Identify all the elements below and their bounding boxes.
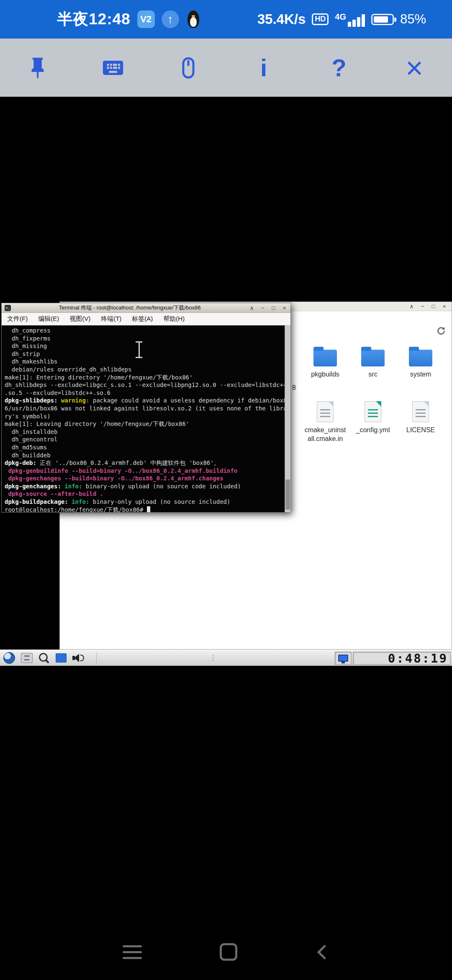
status-bar-right: 35.4K/s HD 4G 85% bbox=[257, 11, 426, 27]
home-square-icon[interactable] bbox=[220, 943, 237, 961]
folder-icon bbox=[361, 350, 385, 366]
terminal-line: dh_fixperms bbox=[5, 335, 283, 343]
text-cursor-pointer bbox=[136, 341, 142, 358]
terminal-line: dh_strip bbox=[5, 350, 283, 358]
taskbar-launchers bbox=[0, 652, 97, 664]
signal-indicator: 4G bbox=[335, 12, 365, 27]
terminal-line: dpkg-genchanges: info: binary-only uploa… bbox=[5, 482, 283, 490]
terminal-line: debian/rules override_dh_shlibdeps bbox=[5, 366, 283, 374]
signal-bars-icon bbox=[348, 14, 365, 27]
vnc-viewer-badge: V2 bbox=[137, 10, 155, 28]
terminal-line: dpkg-deb: 正在 '../box86_0.2.4_armhf.deb' … bbox=[5, 459, 283, 467]
file-icon bbox=[412, 401, 429, 422]
menu-item[interactable]: 文件(F) bbox=[7, 315, 28, 323]
terminal-line: .so.5 --exclude=libstdc++.so.6 bbox=[5, 389, 283, 397]
pin-button[interactable] bbox=[0, 39, 75, 97]
file-icon bbox=[365, 401, 381, 422]
desktop-taskbar: ⋮ 0:48:19 bbox=[0, 650, 452, 666]
android-navbar bbox=[0, 929, 452, 975]
back-chevron-icon[interactable] bbox=[317, 944, 331, 959]
taskbar-clock: 0:48:19 bbox=[353, 652, 451, 665]
terminal-window: >_ Terminal 终端 - root@localhost: /home/f… bbox=[1, 303, 291, 513]
status-bar-left: 半夜12:48 V2 ↑ bbox=[57, 9, 201, 30]
terminal-output: dh_compress dh_fixperms dh_missing dh_st… bbox=[5, 327, 283, 512]
terminal-line: dh_installdeb bbox=[5, 428, 283, 436]
terminal-line: dh_missing bbox=[5, 342, 283, 350]
file-grid: pkgbuildssrcsystemcmake_uninst all.cmake… bbox=[301, 346, 444, 443]
network-speed: 35.4K/s bbox=[257, 11, 306, 27]
info-button[interactable]: i bbox=[226, 39, 301, 97]
clipped-file-label: 8 bbox=[292, 384, 296, 392]
hd-badge: HD bbox=[312, 13, 329, 25]
terminal-line: dh_shlibdeps --exclude=libgcc_s.so.1 --e… bbox=[5, 381, 283, 389]
file-item[interactable]: _config.yml bbox=[349, 401, 397, 443]
display-tray-icon[interactable] bbox=[338, 655, 348, 662]
menu-item[interactable]: 视图(V) bbox=[69, 315, 90, 323]
scrollbar-thumb[interactable] bbox=[285, 480, 290, 510]
window-controls: ∧−□× bbox=[249, 305, 288, 311]
help-button[interactable]: ? bbox=[301, 39, 377, 97]
terminal-line: dh_compress bbox=[5, 327, 283, 335]
refresh-icon[interactable] bbox=[436, 325, 447, 336]
mouse-icon bbox=[176, 56, 200, 80]
folder-item[interactable]: system bbox=[397, 346, 444, 379]
file-item[interactable]: cmake_uninst all.cmake.in bbox=[301, 401, 349, 443]
folder-icon bbox=[313, 350, 337, 366]
menu-icon[interactable] bbox=[123, 945, 142, 959]
blue-window-icon[interactable] bbox=[56, 653, 67, 663]
maximize-button[interactable]: □ bbox=[430, 304, 437, 309]
file-drawer-icon[interactable] bbox=[21, 653, 33, 663]
menu-item[interactable]: 终端(T) bbox=[101, 315, 121, 323]
taskbar-handle: ⋮ bbox=[209, 653, 217, 662]
close-button[interactable]: × bbox=[281, 305, 288, 311]
network-type-label: 4G bbox=[335, 12, 346, 22]
folder-item[interactable]: pkgbuilds bbox=[301, 346, 349, 379]
battery-percent: 85% bbox=[400, 12, 426, 27]
minimize-button[interactable]: − bbox=[259, 305, 266, 311]
system-tray bbox=[335, 652, 352, 665]
search-magnifier-icon[interactable] bbox=[39, 652, 50, 664]
menu-item[interactable]: 帮助(H) bbox=[163, 315, 185, 323]
file-label: _config.yml bbox=[356, 426, 390, 434]
window-controls: ∧−□× bbox=[408, 304, 447, 309]
taskbar-divider bbox=[97, 652, 97, 664]
terminal-line: dpkg-genbuildinfo --build=binary -O../bo… bbox=[5, 467, 283, 475]
terminal-line: dpkg-source --after-build . bbox=[5, 490, 283, 498]
browser-globe-icon[interactable] bbox=[3, 652, 15, 664]
terminal-line: dpkg-shlibdeps: warning: package could a… bbox=[5, 397, 283, 405]
battery-level bbox=[374, 16, 388, 23]
terminal-line: dpkg-genchanges --build=binary -O../box8… bbox=[5, 475, 283, 482]
shade-button[interactable]: ∧ bbox=[408, 304, 415, 309]
file-label: pkgbuilds bbox=[311, 370, 339, 379]
file-label: src bbox=[368, 370, 377, 379]
menu-item[interactable]: 编辑(E) bbox=[38, 315, 59, 323]
terminal-app-icon: >_ bbox=[5, 305, 11, 311]
file-icon bbox=[317, 401, 334, 422]
folder-item[interactable]: src bbox=[349, 346, 397, 379]
terminal-line: dpkg-buildpackage: info: binary-only upl… bbox=[5, 498, 283, 506]
pin-icon bbox=[26, 56, 50, 80]
keyboard-icon bbox=[101, 56, 125, 80]
shade-button[interactable]: ∧ bbox=[249, 305, 255, 311]
keyboard-button[interactable] bbox=[75, 39, 151, 97]
file-item[interactable]: LICENSE bbox=[397, 401, 444, 443]
terminal-line: dh_builddeb bbox=[5, 451, 283, 459]
close-button[interactable]: × bbox=[441, 304, 447, 309]
mouse-button[interactable] bbox=[151, 39, 226, 97]
terminal-line: make[1]: Leaving directory '/home/fengxu… bbox=[5, 420, 283, 428]
terminal-scrollbar[interactable] bbox=[285, 325, 290, 512]
file-label: LICENSE bbox=[406, 426, 435, 434]
speaker-icon[interactable] bbox=[72, 652, 86, 663]
folder-icon bbox=[409, 350, 432, 366]
terminal-line: dh_md5sums bbox=[5, 444, 283, 451]
terminal-menubar: 文件(F)编辑(E)视图(V)终端(T)标签(A)帮助(H) bbox=[2, 313, 290, 325]
terminal-body[interactable]: dh_compress dh_fixperms dh_missing dh_st… bbox=[2, 325, 290, 512]
menu-item[interactable]: 标签(A) bbox=[132, 315, 153, 323]
terminal-titlebar[interactable]: >_ Terminal 终端 - root@localhost: /home/f… bbox=[2, 303, 290, 313]
maximize-button[interactable]: □ bbox=[270, 305, 277, 311]
status-time: 半夜12:48 bbox=[57, 9, 131, 30]
close-button[interactable]: × bbox=[377, 39, 452, 97]
minimize-button[interactable]: − bbox=[419, 304, 426, 309]
upload-arrow-icon: ↑ bbox=[162, 10, 179, 28]
terminal-line: 6/usr/bin/box86 was not linked against l… bbox=[5, 405, 283, 413]
